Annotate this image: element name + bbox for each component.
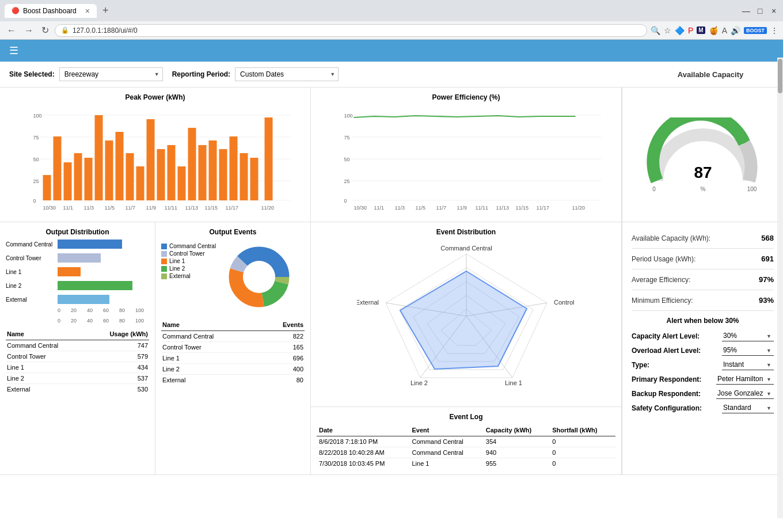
capacity-alert-label: Capacity Alert Level: [632,332,700,340]
table-row: Command Central 747 [6,340,149,351]
svg-text:25: 25 [344,178,350,184]
safety-config-row: Safety Configuration: Standard [632,402,774,413]
bookmark-m-icon[interactable]: M [697,26,705,34]
site-select[interactable]: Breezeway [59,67,163,81]
scrollbar-thumb[interactable] [778,59,782,93]
hamburger-menu[interactable]: ☰ [9,44,18,57]
stats-available-capacity: Available Capacity (kWh): 568 [632,228,774,249]
events-name-l1: Line 1 [161,353,261,364]
main-content: Site Selected: Breezeway Reporting Perio… [0,62,783,475]
dist-usage-l2: 537 [88,373,149,384]
peak-power-title: Peak Power (kWh) [6,93,305,101]
x-11-3: 11/3 [84,205,94,211]
svg-text:11/13: 11/13 [496,205,510,211]
type-select[interactable]: Instant [722,359,774,370]
x-11-5: 11/5 [105,205,115,211]
stats-ae-label: Average Efficiency: [632,276,690,284]
log-short-1: 0 [550,436,615,447]
events-name-l2: Line 2 [161,364,261,375]
log-short-2: 0 [550,447,615,458]
overload-alert-select-wrapper: 95% [722,345,774,356]
maximize-button[interactable]: □ [755,6,765,16]
x-11-20: 11/20 [261,205,275,211]
dist-label-ext: External [6,297,27,303]
browser-tab[interactable]: 🔴 Boost Dashboard × [5,4,97,18]
dist-table-header-name: Name [6,328,88,340]
legend-label-cc: Command Central [169,243,216,249]
pinterest-icon[interactable]: P [688,26,693,35]
dist-bar-cc [58,240,122,249]
search-icon[interactable]: 🔍 [651,26,660,35]
radar-chart: Command Central Control Tower Line 1 Lin… [357,242,576,398]
gauge-min: 0 [652,186,656,192]
primary-select[interactable]: Peter Hamilton [716,374,774,385]
new-tab-button[interactable]: + [99,3,112,18]
capacity-alert-select-wrapper: 30% [722,330,774,341]
log-header-date: Date [317,424,409,436]
radar-label-cc: Command Central [440,245,492,252]
output-dist-chart: 0 20 40 60 80 100 Command Central [6,240,149,304]
stats-pu-value: 691 [761,254,774,263]
events-name-ext: External [161,375,261,386]
svg-text:11/7: 11/7 [436,205,447,211]
svg-text:11/5: 11/5 [416,205,426,211]
honey-icon[interactable]: 🍯 [709,26,719,35]
svg-text:100: 100 [344,113,353,119]
reload-button[interactable]: ↻ [39,24,51,37]
close-button[interactable]: × [769,6,778,16]
x-11-9: 11/9 [146,205,157,211]
grammarly-icon[interactable]: A [722,26,727,35]
log-date-3: 7/30/2018 10:03:45 PM [317,458,409,469]
app-header: ☰ [0,40,783,62]
safety-config-label: Safety Configuration: [632,404,702,412]
dist-name-ext: External [6,384,88,395]
legend-l1: Line 1 [161,258,216,264]
menu-icon[interactable]: ⋮ [770,26,778,35]
backup-select-wrapper: Jose Gonzalez [716,388,774,399]
log-cap-2: 940 [484,447,550,458]
gauge-value: 87 [694,164,712,181]
toolbar-actions: 🔍 ☆ 🔷 P M 🍯 A 🔊 BOOST ⋮ [651,26,778,35]
bookmark-icon[interactable]: ☆ [664,26,671,35]
output-dist-table: Name Usage (kWh) Command Central 747 Con… [6,328,149,394]
legend-dot-l2 [161,266,167,272]
period-select[interactable]: Custom Dates [235,67,339,81]
primary-respondent-row: Primary Respondent: Peter Hamilton [632,374,774,385]
address-bar[interactable]: 🔒 127.0.0.1:1880/ui/#/0 [55,24,647,37]
radar-container: Command Central Control Tower Line 1 Lin… [317,240,615,401]
power-efficiency-chart: 100 75 50 25 0 10/30 11/1 11/3 1 [317,105,615,214]
charts-row2: Output Distribution 0 20 40 60 80 100 [0,222,783,475]
donut-chart [222,240,297,314]
gauge-container: 87 0 % 100 [645,103,761,207]
bar-14 [178,166,186,200]
dist-bar-ext [58,295,109,304]
minimize-button[interactable]: — [742,6,751,16]
boost-icon[interactable]: BOOST [744,27,767,34]
backup-respondent-label: Backup Respondent: [632,390,701,398]
scrollbar[interactable] [777,58,783,518]
capacity-alert-select[interactable]: 30% [722,330,774,341]
gauge-unit: % [700,186,705,192]
backup-select[interactable]: Jose Gonzalez [716,388,774,399]
extension-icon[interactable]: 🔷 [675,26,685,35]
efficiency-line [354,116,576,117]
events-table-header-events: Events [261,319,305,331]
forward-button[interactable]: → [22,24,36,37]
back-button[interactable]: ← [5,24,18,37]
output-distribution-panel: Output Distribution 0 20 40 60 80 100 [0,222,155,474]
peak-power-panel: Peak Power (kWh) 100 75 50 25 0 [0,88,311,222]
overload-alert-select[interactable]: 95% [722,345,774,356]
y-label-50: 50 [33,157,39,162]
main-scroll-container[interactable]: Site Selected: Breezeway Reporting Perio… [0,62,783,532]
right-stats-panel: Available Capacity (kWh): 568 Period Usa… [622,222,783,474]
tab-close-button[interactable]: × [85,6,90,16]
output-events-title: Output Events [161,228,305,236]
charts-row1: Peak Power (kWh) 100 75 50 25 0 [0,88,783,222]
audio-icon[interactable]: 🔊 [731,26,740,35]
x-11-17: 11/17 [226,205,239,211]
svg-text:50: 50 [344,157,350,162]
x-axis-labels: 0 20 40 60 80 100 [58,307,144,313]
bar-6 [95,115,103,200]
safety-select[interactable]: Standard [722,402,774,413]
dist-bar-l2 [58,281,132,290]
